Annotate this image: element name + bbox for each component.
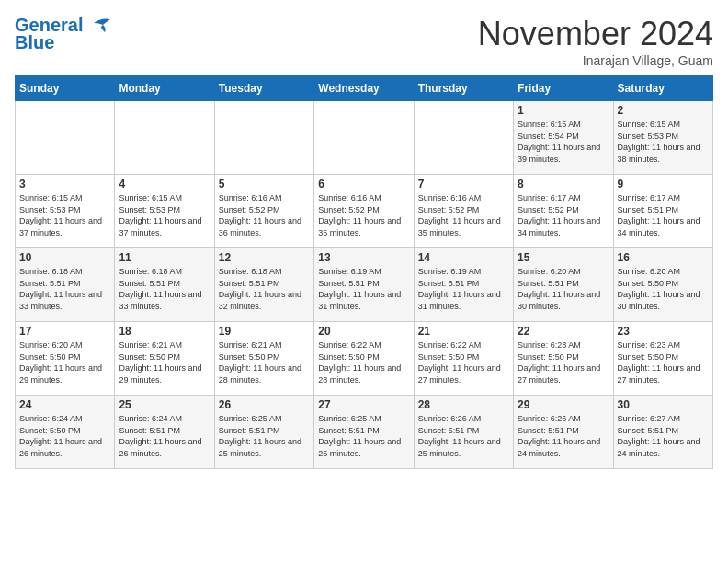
day-info: Sunrise: 6:23 AM Sunset: 5:50 PM Dayligh…: [618, 339, 709, 385]
day-number: 24: [19, 398, 110, 411]
logo: General Blue: [15, 15, 112, 53]
day-number: 26: [219, 398, 310, 411]
day-info: Sunrise: 6:17 AM Sunset: 5:51 PM Dayligh…: [618, 192, 709, 238]
calendar-cell: [214, 101, 313, 175]
calendar-cell: 24Sunrise: 6:24 AM Sunset: 5:50 PM Dayli…: [16, 396, 115, 469]
calendar-cell: [314, 101, 414, 175]
day-number: 1: [518, 104, 609, 117]
calendar-cell: 21Sunrise: 6:22 AM Sunset: 5:50 PM Dayli…: [414, 322, 513, 396]
day-number: 19: [219, 325, 310, 338]
calendar-cell: 11Sunrise: 6:18 AM Sunset: 5:51 PM Dayli…: [115, 248, 214, 322]
day-info: Sunrise: 6:26 AM Sunset: 5:51 PM Dayligh…: [518, 413, 609, 459]
month-title: November 2024: [478, 15, 713, 53]
calendar-cell: 20Sunrise: 6:22 AM Sunset: 5:50 PM Dayli…: [314, 322, 414, 396]
header-sunday: Sunday: [16, 76, 115, 101]
calendar-cell: 10Sunrise: 6:18 AM Sunset: 5:51 PM Dayli…: [16, 248, 115, 322]
day-info: Sunrise: 6:21 AM Sunset: 5:50 PM Dayligh…: [219, 339, 310, 385]
day-info: Sunrise: 6:26 AM Sunset: 5:51 PM Dayligh…: [418, 413, 509, 459]
day-number: 28: [418, 398, 509, 411]
calendar-cell: [414, 101, 513, 175]
calendar-cell: 26Sunrise: 6:25 AM Sunset: 5:51 PM Dayli…: [214, 396, 313, 469]
calendar-cell: 5Sunrise: 6:16 AM Sunset: 5:52 PM Daylig…: [214, 175, 313, 248]
day-number: 9: [618, 178, 709, 190]
calendar-cell: 8Sunrise: 6:17 AM Sunset: 5:52 PM Daylig…: [514, 175, 613, 248]
calendar-week-4: 17Sunrise: 6:20 AM Sunset: 5:50 PM Dayli…: [16, 322, 713, 396]
calendar-cell: 1Sunrise: 6:15 AM Sunset: 5:54 PM Daylig…: [514, 101, 613, 175]
header-monday: Monday: [115, 76, 214, 101]
day-number: 12: [219, 251, 310, 264]
calendar-cell: 22Sunrise: 6:23 AM Sunset: 5:50 PM Dayli…: [514, 322, 613, 396]
day-info: Sunrise: 6:25 AM Sunset: 5:51 PM Dayligh…: [318, 413, 409, 459]
calendar-cell: 2Sunrise: 6:15 AM Sunset: 5:53 PM Daylig…: [613, 101, 712, 175]
header-tuesday: Tuesday: [214, 76, 313, 101]
day-number: 30: [618, 398, 709, 411]
day-number: 22: [518, 325, 609, 338]
day-info: Sunrise: 6:16 AM Sunset: 5:52 PM Dayligh…: [418, 192, 509, 238]
calendar-cell: 23Sunrise: 6:23 AM Sunset: 5:50 PM Dayli…: [613, 322, 712, 396]
calendar-header-row: SundayMondayTuesdayWednesdayThursdayFrid…: [16, 76, 713, 101]
calendar-cell: [16, 101, 115, 175]
day-info: Sunrise: 6:15 AM Sunset: 5:54 PM Dayligh…: [518, 119, 609, 165]
page-header: General Blue November 2024 Inarajan Vill…: [15, 15, 713, 68]
day-number: 21: [418, 325, 509, 338]
calendar-week-3: 10Sunrise: 6:18 AM Sunset: 5:51 PM Dayli…: [16, 248, 713, 322]
day-number: 25: [119, 398, 210, 411]
day-number: 20: [318, 325, 409, 338]
day-number: 14: [418, 251, 509, 264]
calendar-cell: 7Sunrise: 6:16 AM Sunset: 5:52 PM Daylig…: [414, 175, 513, 248]
day-number: 7: [418, 178, 509, 190]
calendar-cell: [115, 101, 214, 175]
calendar-cell: 6Sunrise: 6:16 AM Sunset: 5:52 PM Daylig…: [314, 175, 414, 248]
calendar-week-5: 24Sunrise: 6:24 AM Sunset: 5:50 PM Dayli…: [16, 396, 713, 469]
day-info: Sunrise: 6:16 AM Sunset: 5:52 PM Dayligh…: [318, 192, 409, 238]
logo-text-blue: Blue: [15, 32, 54, 53]
day-number: 13: [318, 251, 409, 264]
logo-bird-icon: [85, 16, 112, 36]
day-number: 29: [518, 398, 609, 411]
calendar-cell: 16Sunrise: 6:20 AM Sunset: 5:50 PM Dayli…: [613, 248, 712, 322]
day-info: Sunrise: 6:22 AM Sunset: 5:50 PM Dayligh…: [418, 339, 509, 385]
day-info: Sunrise: 6:19 AM Sunset: 5:51 PM Dayligh…: [418, 266, 509, 312]
day-number: 18: [119, 325, 210, 338]
calendar-cell: 29Sunrise: 6:26 AM Sunset: 5:51 PM Dayli…: [514, 396, 613, 469]
location-subtitle: Inarajan Village, Guam: [478, 53, 713, 68]
calendar-week-1: 1Sunrise: 6:15 AM Sunset: 5:54 PM Daylig…: [16, 101, 713, 175]
calendar-table: SundayMondayTuesdayWednesdayThursdayFrid…: [15, 75, 713, 469]
day-info: Sunrise: 6:19 AM Sunset: 5:51 PM Dayligh…: [318, 266, 409, 312]
header-thursday: Thursday: [414, 76, 513, 101]
day-info: Sunrise: 6:20 AM Sunset: 5:50 PM Dayligh…: [618, 266, 709, 312]
day-info: Sunrise: 6:21 AM Sunset: 5:50 PM Dayligh…: [119, 339, 210, 385]
day-number: 10: [19, 251, 110, 264]
calendar-cell: 4Sunrise: 6:15 AM Sunset: 5:53 PM Daylig…: [115, 175, 214, 248]
day-number: 8: [518, 178, 609, 190]
day-number: 17: [19, 325, 110, 338]
day-info: Sunrise: 6:15 AM Sunset: 5:53 PM Dayligh…: [618, 119, 709, 165]
calendar-cell: 30Sunrise: 6:27 AM Sunset: 5:51 PM Dayli…: [613, 396, 712, 469]
calendar-cell: 3Sunrise: 6:15 AM Sunset: 5:53 PM Daylig…: [16, 175, 115, 248]
header-saturday: Saturday: [613, 76, 712, 101]
day-info: Sunrise: 6:15 AM Sunset: 5:53 PM Dayligh…: [19, 192, 110, 238]
day-info: Sunrise: 6:17 AM Sunset: 5:52 PM Dayligh…: [518, 192, 609, 238]
header-friday: Friday: [514, 76, 613, 101]
day-info: Sunrise: 6:18 AM Sunset: 5:51 PM Dayligh…: [119, 266, 210, 312]
calendar-cell: 18Sunrise: 6:21 AM Sunset: 5:50 PM Dayli…: [115, 322, 214, 396]
day-info: Sunrise: 6:18 AM Sunset: 5:51 PM Dayligh…: [19, 266, 110, 312]
day-info: Sunrise: 6:24 AM Sunset: 5:51 PM Dayligh…: [119, 413, 210, 459]
day-number: 16: [618, 251, 709, 264]
day-info: Sunrise: 6:25 AM Sunset: 5:51 PM Dayligh…: [219, 413, 310, 459]
day-number: 23: [618, 325, 709, 338]
day-info: Sunrise: 6:24 AM Sunset: 5:50 PM Dayligh…: [19, 413, 110, 459]
day-number: 6: [318, 178, 409, 190]
calendar-cell: 19Sunrise: 6:21 AM Sunset: 5:50 PM Dayli…: [214, 322, 313, 396]
calendar-cell: 25Sunrise: 6:24 AM Sunset: 5:51 PM Dayli…: [115, 396, 214, 469]
day-number: 2: [618, 104, 709, 117]
day-info: Sunrise: 6:23 AM Sunset: 5:50 PM Dayligh…: [518, 339, 609, 385]
calendar-cell: 9Sunrise: 6:17 AM Sunset: 5:51 PM Daylig…: [613, 175, 712, 248]
day-number: 11: [119, 251, 210, 264]
day-info: Sunrise: 6:20 AM Sunset: 5:50 PM Dayligh…: [19, 339, 110, 385]
day-info: Sunrise: 6:16 AM Sunset: 5:52 PM Dayligh…: [219, 192, 310, 238]
calendar-cell: 13Sunrise: 6:19 AM Sunset: 5:51 PM Dayli…: [314, 248, 414, 322]
calendar-cell: 12Sunrise: 6:18 AM Sunset: 5:51 PM Dayli…: [214, 248, 313, 322]
title-block: November 2024 Inarajan Village, Guam: [478, 15, 713, 68]
day-number: 27: [318, 398, 409, 411]
